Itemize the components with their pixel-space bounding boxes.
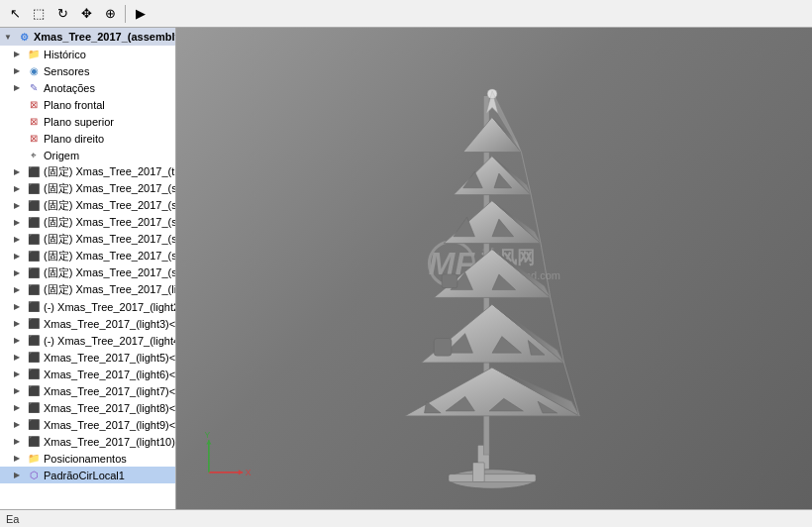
folder-icon: 📁	[27, 452, 41, 466]
part-icon: ⬛	[27, 233, 41, 247]
part-icon: ⬛	[27, 418, 41, 432]
part-icon: ⬛	[27, 334, 41, 348]
item-label: Anotações	[44, 82, 95, 94]
tree-item-support2[interactable]: ▶ ⬛ (固定) Xmas_Tree_2017_(support)-	[0, 197, 175, 214]
item-label: Plano superior	[44, 116, 114, 128]
item-label: (固定) Xmas_Tree_2017_(support)-	[44, 181, 175, 196]
expand-arrow: ▶	[14, 235, 24, 244]
main-area: ▼ ⚙ Xmas_Tree_2017_(assembly) (Valor p ▶…	[0, 28, 812, 509]
item-label: Sensores	[44, 65, 89, 77]
assembly-icon: ⚙	[17, 30, 31, 44]
tree-item-light7[interactable]: ▶ ⬛ Xmas_Tree_2017_(light7)<1> (Val	[0, 382, 175, 399]
expand-arrow: ▶	[14, 66, 24, 75]
item-label: Histórico	[44, 49, 86, 60]
tree-item-light4[interactable]: ▶ ⬛ (-) Xmas_Tree_2017_(light4)<1> (Va	[0, 332, 175, 349]
item-label: PadrãoCirLocal1	[44, 470, 125, 481]
part-icon: ⬛	[27, 401, 41, 415]
origin-icon: ⌖	[27, 149, 41, 162]
svg-text:Y: Y	[205, 430, 211, 440]
tree-item-light9[interactable]: ▶ ⬛ Xmas_Tree_2017_(light9)<1> (Val	[0, 416, 175, 433]
tree-root-label: Xmas_Tree_2017_(assembly) (Valor p	[34, 31, 175, 43]
tree-root[interactable]: ▼ ⚙ Xmas_Tree_2017_(assembly) (Valor p	[0, 28, 175, 46]
tree-item-support4[interactable]: ▶ ⬛ (固定) Xmas_Tree_2017_(support)-	[0, 231, 175, 248]
feature-tree[interactable]: ▼ ⚙ Xmas_Tree_2017_(assembly) (Valor p ▶…	[0, 28, 176, 509]
expand-arrow: ▶	[14, 218, 24, 227]
expand-arrow: ▶	[14, 353, 24, 362]
tree-item-light2[interactable]: ▶ ⬛ (-) Xmas_Tree_2017_(light2)<1> (V	[0, 298, 175, 315]
tree-item-origem[interactable]: ⌖ Origem	[0, 147, 175, 163]
item-label: Xmas_Tree_2017_(light10)<1> (Va	[44, 436, 175, 448]
tree-item-anotacoes[interactable]: ▶ ✎ Anotações	[0, 79, 175, 96]
cursor-button[interactable]: ↖	[4, 3, 26, 25]
plane-icon: ⊠	[27, 115, 41, 129]
expand-arrow: ▼	[4, 33, 14, 42]
part-icon: ⬛	[27, 165, 41, 179]
tree-item-light5[interactable]: ▶ ⬛ Xmas_Tree_2017_(light5)<1> (Valu	[0, 349, 175, 366]
item-label: Xmas_Tree_2017_(light6)<1> (Valc	[44, 369, 175, 380]
status-bar: Ea	[0, 509, 812, 527]
pan-button[interactable]: ✥	[75, 3, 97, 25]
part-icon: ⬛	[27, 351, 41, 365]
tree-item-posicionamentos[interactable]: ▶ 📁 Posicionamentos	[0, 450, 175, 467]
expand-arrow: ▶	[14, 83, 24, 92]
svg-marker-39	[206, 440, 211, 444]
pattern-icon: ⬡	[27, 469, 41, 482]
tree-item-padrao[interactable]: ▶ ⬡ PadrãoCirLocal1	[0, 467, 175, 483]
part-icon: ⬛	[27, 216, 41, 230]
tree-item-sensores[interactable]: ▶ ◉ Sensores	[0, 62, 175, 79]
tree-item-historico[interactable]: ▶ 📁 Histórico	[0, 46, 175, 62]
tree-item-light10[interactable]: ▶ ⬛ Xmas_Tree_2017_(light10)<1> (Va	[0, 433, 175, 450]
tree-item-plano-superior[interactable]: ⊠ Plano superior	[0, 113, 175, 130]
item-label: (-) Xmas_Tree_2017_(light4)<1> (Va	[44, 335, 175, 347]
tree-item-support3[interactable]: ▶ ⬛ (固定) Xmas_Tree_2017_(support)-	[0, 214, 175, 231]
item-label: (固定) Xmas_Tree_2017_(support)-	[44, 198, 175, 213]
part-icon: ⬛	[27, 199, 41, 213]
part-icon: ⬛	[27, 317, 41, 331]
tree-item-light3[interactable]: ▶ ⬛ Xmas_Tree_2017_(light3)<1> (Val	[0, 315, 175, 332]
part-icon: ⬛	[27, 368, 41, 381]
part-icon: ⬛	[27, 283, 41, 297]
expand-arrow: ▶	[14, 167, 24, 176]
expand-arrow: ▶	[14, 268, 24, 277]
3d-viewport[interactable]: MF 沐风网 www.mfcad.com	[176, 28, 812, 509]
tree-item-light1[interactable]: ▶ ⬛ (固定) Xmas_Tree_2017_(light1)<1:	[0, 281, 175, 298]
zoom-button[interactable]: ⊕	[99, 3, 121, 25]
tree-item-plano-direito[interactable]: ⊠ Plano direito	[0, 130, 175, 147]
expand-arrow: ▶	[14, 184, 24, 193]
more-button[interactable]: ▶	[130, 3, 152, 25]
svg-rect-2	[449, 474, 536, 482]
item-label: Xmas_Tree_2017_(light3)<1> (Val	[44, 318, 175, 330]
select-button[interactable]: ⬚	[28, 3, 50, 25]
expand-arrow: ▶	[14, 454, 24, 463]
coordinate-axes: X Y	[196, 430, 255, 489]
tree-item-support6[interactable]: ▶ ⬛ (固定) Xmas_Tree_2017_(support)<	[0, 264, 175, 281]
tree-item-plano-frontal[interactable]: ⊠ Plano frontal	[0, 96, 175, 113]
tree-item-light8[interactable]: ▶ ⬛ Xmas_Tree_2017_(light8)<1> (Valu	[0, 399, 175, 416]
expand-arrow: ▶	[14, 403, 24, 412]
tree-item-support1[interactable]: ▶ ⬛ (固定) Xmas_Tree_2017_(support)-	[0, 180, 175, 197]
part-icon: ⬛	[27, 384, 41, 398]
item-label: Xmas_Tree_2017_(light5)<1> (Valu	[44, 352, 175, 364]
separator	[125, 5, 126, 23]
item-label: (固定) Xmas_Tree_2017_(support)-	[44, 232, 175, 247]
toolbar: ↖ ⬚ ↻ ✥ ⊕ ▶	[0, 0, 812, 28]
expand-arrow: ▶	[14, 336, 24, 345]
part-icon: ⬛	[27, 182, 41, 196]
tree-item-support5[interactable]: ▶ ⬛ (固定) Xmas_Tree_2017_(support)·	[0, 248, 175, 264]
tree-item-tree7[interactable]: ▶ ⬛ (固定) Xmas_Tree_2017_(tree)<7>	[0, 163, 175, 180]
tree-item-light6[interactable]: ▶ ⬛ Xmas_Tree_2017_(light6)<1> (Valc	[0, 366, 175, 382]
svg-rect-21	[442, 274, 457, 288]
item-label: (-) Xmas_Tree_2017_(light2)<1> (V	[44, 301, 175, 313]
rotate-button[interactable]: ↻	[51, 3, 73, 25]
expand-arrow: ▶	[14, 420, 24, 429]
expand-arrow: ▶	[14, 252, 24, 261]
expand-arrow: ▶	[14, 50, 24, 58]
expand-arrow: ▶	[14, 302, 24, 311]
expand-arrow: ▶	[14, 386, 24, 395]
svg-marker-26	[454, 156, 531, 194]
svg-marker-17	[434, 249, 551, 297]
svg-marker-22	[444, 201, 541, 244]
item-label: (固定) Xmas_Tree_2017_(light1)<1:	[44, 282, 175, 297]
sensor-icon: ◉	[27, 64, 41, 78]
expand-arrow: ▶	[14, 285, 24, 294]
